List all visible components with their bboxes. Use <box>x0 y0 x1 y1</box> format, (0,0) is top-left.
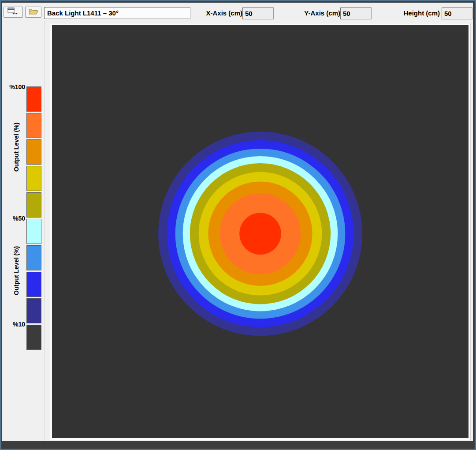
height-input[interactable] <box>442 8 472 19</box>
legend-swatch <box>26 298 41 323</box>
folder-open-icon <box>29 8 38 17</box>
open-file-button[interactable] <box>25 7 41 18</box>
y-axis-input[interactable] <box>340 8 372 19</box>
legend-tick-10: %10 <box>5 321 25 328</box>
legend-tick-50: %50 <box>5 215 25 222</box>
legend-swatch <box>26 272 41 297</box>
light-name-field[interactable] <box>44 7 190 19</box>
legend-swatch <box>26 219 41 244</box>
legend-swatch <box>26 113 41 138</box>
x-axis-input[interactable] <box>242 8 274 19</box>
intensity-plot <box>50 23 470 440</box>
app-window: X-Axis (cm) Y-Axis (cm) Height (cm) %100… <box>0 0 476 450</box>
sidebar-divider <box>44 21 45 441</box>
window-dots-icon <box>7 8 19 17</box>
legend-title-lower: Output Level (%) <box>13 233 22 308</box>
y-axis-label: Y-Axis (cm) <box>297 9 340 17</box>
legend-swatch-column <box>26 86 41 350</box>
legend-swatch <box>26 86 41 112</box>
legend-swatch <box>26 325 41 350</box>
panel-button[interactable] <box>4 7 23 18</box>
legend-title-upper: Output Level (%) <box>13 109 22 184</box>
window-content: X-Axis (cm) Y-Axis (cm) Height (cm) %100… <box>2 3 473 441</box>
legend-swatch <box>26 166 41 191</box>
height-label: Height (cm) <box>392 9 440 17</box>
legend-swatch <box>26 192 41 218</box>
legend-swatch <box>26 139 41 165</box>
x-axis-label: X-Axis (cm) <box>201 9 242 17</box>
intensity-plot-svg <box>52 25 469 438</box>
legend-tick-100: %100 <box>5 83 25 90</box>
contour-ring <box>239 213 281 255</box>
legend-swatch <box>26 245 41 270</box>
